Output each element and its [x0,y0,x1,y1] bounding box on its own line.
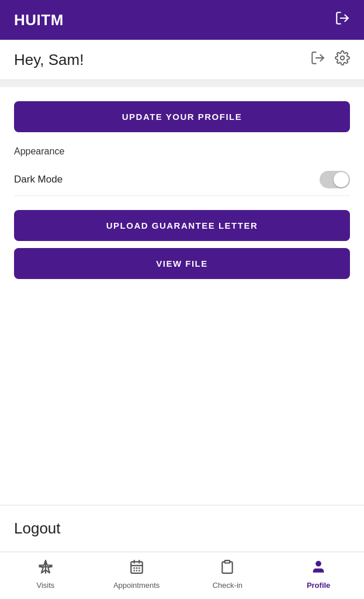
header-logout-icon[interactable] [335,11,350,29]
profile-label: Profile [307,581,330,590]
dark-mode-row: Dark Mode [14,164,350,196]
toggle-slider [320,171,350,188]
checkin-label: Check-in [213,581,242,590]
appointments-label: Appointments [113,581,160,590]
greeting-row: Hey, Sam! [0,40,364,80]
svg-rect-15 [225,560,230,563]
nav-item-profile[interactable]: Profile [295,559,342,590]
svg-point-16 [316,561,321,566]
settings-icon[interactable] [335,50,350,69]
appearance-label: Appearance [14,146,350,157]
visits-label: Visits [36,581,54,590]
profile-icon [311,559,326,579]
nav-item-checkin[interactable]: Check-in [204,559,251,590]
nav-item-visits[interactable]: Visits [22,559,69,590]
dark-mode-toggle[interactable] [320,171,350,188]
update-profile-button[interactable]: UPDATE YOUR PROFILE [14,101,350,132]
nav-item-appointments[interactable]: Appointments [113,559,160,590]
upload-guarantee-button[interactable]: UPLOAD GUARANTEE LETTER [14,210,350,241]
bottom-nav: Visits Appointments [0,552,364,599]
appointments-icon [129,559,144,579]
view-file-button[interactable]: VIEW FILE [14,248,350,279]
checkin-icon [220,559,235,579]
phone-container: HUITM Hey, Sam! [0,0,364,599]
greeting-text: Hey, Sam! [14,51,84,69]
svg-point-2 [341,56,345,60]
app-header: HUITM [0,0,364,40]
greeting-logout-icon[interactable] [310,50,325,69]
greeting-icons [310,50,350,69]
app-title: HUITM [14,11,64,29]
visits-icon [38,559,53,579]
dark-mode-label: Dark Mode [14,174,63,185]
main-content: UPDATE YOUR PROFILE Appearance Dark Mode… [0,87,364,505]
logout-text[interactable]: Logout [14,519,61,537]
logout-section: Logout [0,505,364,552]
